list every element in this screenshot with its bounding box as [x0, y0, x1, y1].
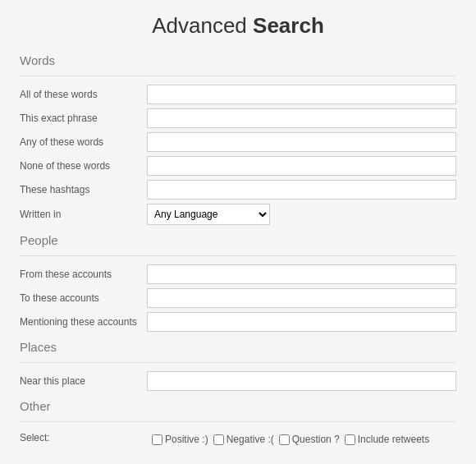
from-accounts-input[interactable]	[147, 264, 456, 284]
include-retweets-checkbox-label[interactable]: Include retweets	[345, 434, 429, 445]
exact-phrase-input[interactable]	[147, 108, 456, 128]
checkboxes-group: Positive :) Negative :( Question ? Inclu…	[152, 434, 429, 445]
other-checkboxes-row: Select: Positive :) Negative :( Question…	[20, 430, 456, 445]
hashtags-label: These hashtags	[20, 184, 147, 195]
exact-phrase-label: This exact phrase	[20, 113, 147, 124]
places-section-title: Places	[20, 340, 456, 354]
all-words-label: All of these words	[20, 89, 147, 100]
other-section: Other Select: Positive :) Negative :( Qu…	[20, 399, 456, 445]
language-label: Written in	[20, 209, 147, 220]
advanced-search-container: Advanced Search Words All of these words…	[0, 0, 476, 464]
mentioning-accounts-input[interactable]	[147, 312, 456, 332]
positive-checkbox-label[interactable]: Positive :)	[152, 434, 208, 445]
places-divider	[20, 362, 456, 363]
title-prefix: Advanced	[152, 13, 253, 38]
to-accounts-row: To these accounts	[20, 288, 456, 308]
any-words-row: Any of these words	[20, 132, 456, 152]
include-retweets-label: Include retweets	[358, 434, 429, 445]
people-section-title: People	[20, 233, 456, 247]
to-accounts-label: To these accounts	[20, 292, 147, 304]
language-select[interactable]: Any Language English Spanish French Germ…	[147, 204, 270, 225]
other-divider	[20, 421, 456, 422]
question-checkbox-label[interactable]: Question ?	[279, 434, 340, 445]
question-checkbox[interactable]	[279, 434, 290, 445]
positive-label: Positive :)	[165, 434, 208, 445]
negative-label: Negative :(	[227, 434, 274, 445]
all-words-row: All of these words	[20, 85, 456, 104]
from-accounts-label: From these accounts	[20, 269, 147, 280]
include-retweets-checkbox[interactable]	[345, 434, 355, 445]
any-words-input[interactable]	[147, 132, 456, 152]
none-words-input[interactable]	[147, 156, 456, 176]
title-bold: Search	[253, 13, 324, 38]
near-place-row: Near this place	[20, 371, 456, 391]
mentioning-accounts-label: Mentioning these accounts	[20, 316, 147, 328]
negative-checkbox-label[interactable]: Negative :(	[213, 434, 274, 445]
none-words-label: None of these words	[20, 160, 147, 172]
people-section: People From these accounts To these acco…	[20, 233, 456, 332]
positive-checkbox[interactable]	[152, 434, 162, 445]
near-place-label: Near this place	[20, 375, 147, 387]
words-section: Words All of these words This exact phra…	[20, 53, 456, 225]
select-label: Select:	[20, 432, 147, 443]
language-row: Written in Any Language English Spanish …	[20, 204, 456, 225]
none-words-row: None of these words	[20, 156, 456, 176]
all-words-input[interactable]	[147, 85, 456, 104]
mentioning-accounts-row: Mentioning these accounts	[20, 312, 456, 332]
places-section: Places Near this place	[20, 340, 456, 391]
question-label: Question ?	[292, 434, 340, 445]
any-words-label: Any of these words	[20, 136, 147, 148]
words-divider	[20, 76, 456, 76]
hashtags-input[interactable]	[147, 180, 456, 200]
negative-checkbox[interactable]	[213, 434, 224, 445]
other-section-title: Other	[20, 399, 456, 413]
to-accounts-input[interactable]	[147, 288, 456, 308]
page-title: Advanced Search	[20, 13, 456, 39]
hashtags-row: These hashtags	[20, 180, 456, 200]
exact-phrase-row: This exact phrase	[20, 108, 456, 128]
near-place-input[interactable]	[147, 371, 456, 391]
from-accounts-row: From these accounts	[20, 264, 456, 284]
words-section-title: Words	[20, 53, 456, 67]
people-divider	[20, 255, 456, 256]
